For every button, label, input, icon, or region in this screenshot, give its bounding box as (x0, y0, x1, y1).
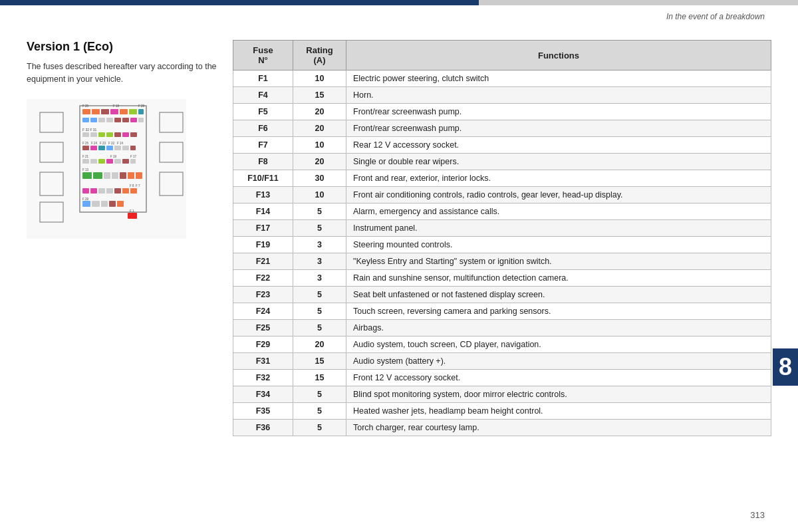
svg-rect-31 (130, 132, 137, 137)
table-row: F193Steering mounted controls. (233, 237, 771, 253)
table-row: F415Horn. (233, 87, 771, 104)
rating-cell: 3 (293, 253, 346, 270)
fuse-cell: F14 (233, 203, 293, 220)
rating-cell: 10 (293, 187, 346, 203)
function-cell: Single or double rear wipers. (346, 154, 771, 170)
svg-rect-76 (117, 201, 124, 207)
function-cell: Instrument panel. (346, 220, 771, 237)
svg-rect-15 (138, 109, 144, 114)
page-number: 313 (750, 510, 765, 520)
function-cell: Audio system (battery +). (346, 353, 771, 370)
svg-rect-74 (101, 201, 108, 207)
rating-cell: 3 (293, 270, 346, 287)
function-cell: "Keyless Entry and Starting" system or i… (346, 253, 771, 270)
svg-rect-65 (90, 188, 97, 194)
svg-rect-70 (130, 188, 137, 194)
svg-rect-58 (112, 172, 118, 179)
rating-cell: 30 (293, 170, 346, 187)
rating-cell: 3 (293, 237, 346, 253)
svg-rect-28 (106, 132, 113, 137)
col-rating-header: Rating(A) (293, 41, 346, 70)
fuse-cell: F19 (233, 237, 293, 253)
svg-rect-61 (136, 172, 142, 179)
svg-text:F 14: F 14 (117, 142, 124, 145)
rating-cell: 5 (293, 420, 346, 436)
svg-rect-67 (106, 188, 113, 194)
rating-cell: 5 (293, 287, 346, 303)
table-row: F2920Audio system, touch screen, CD play… (233, 336, 771, 353)
rating-cell: 5 (293, 320, 346, 336)
svg-rect-52 (122, 159, 129, 164)
svg-text:F 25: F 25 (82, 142, 89, 145)
fuse-cell: F24 (233, 303, 293, 320)
table-row: F213"Keyless Entry and Starting" system … (233, 253, 771, 270)
table-row: F245Touch screen, reversing camera and p… (233, 303, 771, 320)
page-title: Version 1 (Eco) (27, 40, 226, 54)
rating-cell: 10 (293, 70, 346, 87)
svg-rect-10 (92, 109, 100, 114)
function-cell: Blind spot monitoring system, door mirro… (346, 386, 771, 403)
fuse-cell: F32 (233, 370, 293, 386)
svg-rect-78 (128, 213, 137, 219)
svg-rect-40 (106, 146, 113, 150)
table-section: FuseN° Rating(A) Functions F110Electric … (233, 40, 771, 436)
svg-rect-68 (114, 188, 121, 194)
rating-cell: 15 (293, 87, 346, 104)
rating-cell: 5 (293, 403, 346, 420)
function-cell: Front 12 V accessory socket. (346, 370, 771, 386)
rating-cell: 15 (293, 370, 346, 386)
svg-rect-66 (98, 188, 105, 194)
rating-cell: 5 (293, 303, 346, 320)
fuse-cell: F22 (233, 270, 293, 287)
function-cell: Alarm, emergency and assistance calls. (346, 203, 771, 220)
svg-rect-50 (106, 159, 113, 164)
svg-text:F 1: F 1 (130, 209, 134, 213)
rating-cell: 20 (293, 104, 346, 120)
table-row: F110Electric power steering, clutch swit… (233, 70, 771, 87)
function-cell: Heated washer jets, headlamp beam height… (346, 403, 771, 420)
svg-rect-27 (98, 132, 105, 137)
svg-rect-51 (114, 159, 121, 164)
svg-rect-55 (82, 172, 92, 179)
rating-cell: 5 (293, 203, 346, 220)
svg-text:F 19: F 19 (110, 155, 117, 158)
svg-text:F 24: F 24 (91, 142, 98, 145)
fuse-diagram-svg: F 32 F 31 F 25 F 24 F 23 F 22 F 14 F 21 (27, 99, 186, 239)
svg-text:F 13: F 13 (82, 168, 89, 172)
svg-rect-18 (98, 118, 105, 122)
col-fuse-header: FuseN° (233, 41, 293, 70)
svg-rect-11 (101, 109, 109, 114)
svg-rect-64 (82, 188, 89, 194)
function-cell: Rain and sunshine sensor, multifunction … (346, 270, 771, 287)
svg-rect-19 (106, 118, 113, 122)
function-cell: Seat belt unfastened or not fastened dis… (346, 287, 771, 303)
function-cell: Horn. (346, 87, 771, 104)
svg-rect-60 (128, 172, 134, 179)
svg-text:F 21: F 21 (82, 155, 89, 158)
svg-rect-57 (104, 172, 110, 179)
svg-rect-38 (90, 146, 97, 150)
svg-text:F 25: F 25 (82, 104, 89, 108)
table-row: F255Airbags. (233, 320, 771, 336)
svg-rect-25 (82, 132, 89, 137)
top-bar (0, 0, 798, 5)
svg-text:F 29: F 29 (138, 104, 145, 108)
fuse-cell: F17 (233, 220, 293, 237)
svg-rect-9 (82, 109, 90, 114)
function-cell: Torch charger, rear courtesy lamp. (346, 420, 771, 436)
svg-text:F 17: F 17 (130, 155, 137, 158)
table-row: F365Torch charger, rear courtesy lamp. (233, 420, 771, 436)
header-text: In the event of a breakdown (666, 12, 765, 21)
svg-rect-22 (130, 118, 137, 122)
fuse-cell: F23 (233, 287, 293, 303)
table-row: F10/F1130Front and rear, exterior, inter… (233, 170, 771, 187)
svg-rect-20 (114, 118, 121, 122)
table-row: F3115Audio system (battery +). (233, 353, 771, 370)
rating-cell: 15 (293, 353, 346, 370)
table-row: F355Heated washer jets, headlamp beam he… (233, 403, 771, 420)
svg-rect-37 (82, 146, 89, 150)
function-cell: Audio system, touch screen, CD player, n… (346, 336, 771, 353)
fuse-cell: F29 (233, 336, 293, 353)
function-cell: Steering mounted controls. (346, 237, 771, 253)
svg-rect-17 (90, 118, 97, 122)
